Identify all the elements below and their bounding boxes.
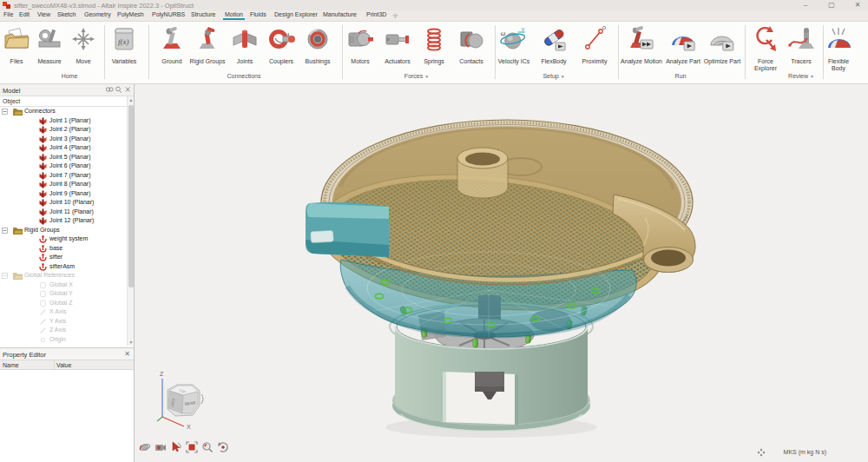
ribbon-label: Tracers — [786, 58, 816, 65]
ribbon-tracers-button[interactable]: Tracers — [786, 24, 816, 65]
tree-item-sifterasm[interactable]: sifterAsm — [0, 262, 128, 272]
tree-item-joint-8-planar-[interactable]: Joint 8 (Planar) — [0, 180, 128, 189]
tree-scrollbar[interactable]: ▲ ▼ — [127, 96, 134, 346]
collapse-icon[interactable] — [2, 228, 8, 234]
contacts-icon — [457, 24, 486, 54]
scrollbar-thumb[interactable] — [128, 105, 134, 287]
menu-file[interactable]: File — [3, 11, 13, 19]
tree-item-z-axis[interactable]: Z Axis — [0, 326, 128, 335]
collapse-icon[interactable] — [2, 273, 8, 279]
tree-item-joint-6-planar-[interactable]: Joint 6 (Planar) — [0, 162, 128, 171]
tree-item-y-axis[interactable]: Y Axis — [0, 317, 128, 327]
ribbon-joints-button[interactable]: Joints — [230, 24, 260, 65]
scroll-up-icon[interactable]: ▲ — [128, 96, 135, 103]
ribbon-files-button[interactable]: Files — [2, 24, 31, 65]
find-icon[interactable] — [106, 88, 113, 91]
menu-view[interactable]: View — [37, 11, 50, 19]
tree-item-global-y[interactable]: Global Y — [0, 289, 128, 299]
ribbon-label: ForceExplorer — [751, 58, 780, 72]
ribbon-move-button[interactable]: Move — [69, 24, 98, 65]
tree-item-weight-system[interactable]: weight system — [0, 234, 128, 244]
menu-print3d[interactable]: Print3D — [366, 11, 386, 19]
ribbon-springs-button[interactable]: Springs — [419, 24, 449, 65]
ribbon-analyze-motion-button[interactable]: Analyze Motion — [621, 24, 662, 65]
units-display[interactable]: MKS (m kg N s) — [784, 449, 826, 455]
tree-item-joint-3-planar-[interactable]: Joint 3 (Planar) — [0, 135, 128, 144]
menu-sketch[interactable]: Sketch — [57, 11, 76, 19]
ribbon-ground-button[interactable]: Ground — [157, 24, 187, 65]
ribbon-optimize-part-button[interactable]: Optimize Part — [704, 24, 740, 65]
property-col-name: Name — [3, 362, 19, 368]
menu-geometry[interactable]: Geometry — [84, 11, 111, 19]
tree-item-connectors[interactable]: Connectors — [0, 107, 128, 116]
close-icon[interactable] — [126, 88, 130, 92]
ribbon-variables-button[interactable]: f(x)Variables — [109, 24, 139, 65]
maximize-button[interactable]: ▢ — [823, 1, 840, 10]
units-icon[interactable] — [757, 448, 766, 457]
svg-text:f(x): f(x) — [118, 37, 129, 46]
tree-item-joint-7-planar-[interactable]: Joint 7 (Planar) — [0, 171, 128, 181]
fit-icon[interactable] — [186, 441, 198, 453]
menu-design-explorer[interactable]: Design Explorer — [274, 11, 318, 19]
ribbon-actuators-button[interactable]: Actuators — [383, 24, 412, 65]
tree-item-origin[interactable]: Origin — [0, 335, 128, 345]
tree-item-joint-2-planar-[interactable]: Joint 2 (Planar) — [0, 125, 128, 135]
menu-motion[interactable]: Motion — [225, 11, 243, 19]
analyze-motion-icon — [627, 24, 656, 54]
ribbon-velocity-ics-button[interactable]: ωvVelocity ICs — [498, 24, 530, 65]
tree-item-base[interactable]: base — [0, 244, 128, 254]
tree-item-global-references[interactable]: Global References — [0, 271, 128, 280]
ribbon-motors-button[interactable]: Motors — [345, 24, 375, 65]
menu-polynurbs[interactable]: PolyNURBS — [152, 11, 185, 19]
viewport-3d[interactable]: Z X LEFT REAR TOP MKS (m kg N s) — [135, 84, 868, 462]
view-cube[interactable]: LEFT REAR TOP — [168, 385, 200, 416]
ribbon-couplers-button[interactable]: Couplers — [266, 24, 296, 65]
tree-item-joint-4-planar-[interactable]: Joint 4 (Planar) — [0, 143, 128, 153]
menu-polymesh[interactable]: PolyMesh — [117, 11, 144, 19]
ribbon-bushings-button[interactable]: Bushings — [303, 24, 332, 65]
tree-item-joint-1-planar-[interactable]: Joint 1 (Planar) — [0, 116, 128, 126]
ribbon-force-explorer-button[interactable]: ForceExplorer — [751, 24, 780, 72]
sifter-model[interactable] — [306, 120, 695, 438]
menu-edit[interactable]: Edit — [19, 11, 30, 19]
orbit-icon[interactable] — [139, 441, 151, 453]
camera-icon[interactable] — [155, 441, 167, 453]
pointer-icon[interactable] — [170, 441, 182, 453]
collapse-icon[interactable] — [2, 109, 8, 115]
menu-fluids[interactable]: Fluids — [250, 11, 266, 19]
ribbon-group-forces[interactable]: Forces ▼ — [404, 73, 429, 79]
search-icon[interactable] — [116, 87, 122, 93]
rotate-icon[interactable] — [217, 441, 229, 453]
ribbon-group-setup[interactable]: Setup ▼ — [542, 73, 564, 79]
tree-item-joint-9-planar-[interactable]: Joint 9 (Planar) — [0, 189, 128, 199]
minimize-button[interactable]: – — [797, 1, 814, 10]
ribbon-proximity-button[interactable]: Proximity — [580, 24, 609, 65]
tree-item-x-axis[interactable]: X Axis — [0, 307, 128, 317]
scroll-down-icon[interactable]: ▼ — [128, 339, 135, 346]
close-button[interactable]: ✕ — [849, 1, 866, 10]
view-cube-widget[interactable]: Z X LEFT REAR TOP — [156, 369, 217, 434]
ribbon-group-review[interactable]: Review ▼ — [788, 73, 814, 79]
tree-item-global-z[interactable]: Global Z — [0, 299, 128, 308]
tree-item-label: Rigid Groups — [24, 227, 60, 233]
ribbon-measure-button[interactable]: Measure — [35, 24, 64, 65]
ribbon-contacts-button[interactable]: Contacts — [457, 24, 486, 65]
menu-manufacture[interactable]: Manufacture — [323, 11, 357, 19]
joint-icon — [39, 190, 47, 198]
model-panel-header: Model — [0, 84, 134, 96]
tree-item-rigid-groups[interactable]: Rigid Groups — [0, 226, 128, 235]
ribbon-flexbody-button[interactable]: FlexBody — [539, 24, 569, 65]
tree-item-joint-11-planar-[interactable]: Joint 11 (Planar) — [0, 208, 128, 217]
property-editor-close-icon[interactable]: ✕ — [124, 350, 130, 358]
tree-item-global-x[interactable]: Global X — [0, 280, 128, 290]
ribbon-rigid-groups-button[interactable]: Rigid Groups — [190, 24, 226, 65]
tree-item-sifter[interactable]: sifter — [0, 253, 128, 262]
ribbon-flexible-body-button[interactable]: FlexibleBody — [824, 24, 853, 72]
tree-item-joint-10-planar-[interactable]: Joint 10 (Planar) — [0, 198, 128, 208]
menu-structure[interactable]: Structure — [191, 11, 215, 19]
tree-item-joint-12-planar-[interactable]: Joint 12 (Planar) — [0, 216, 128, 226]
zoom-icon[interactable] — [201, 441, 214, 453]
tree-item-joint-5-planar-[interactable]: Joint 5 (Planar) — [0, 153, 128, 162]
menu-overflow-icon[interactable]: ✛ — [392, 12, 398, 20]
ribbon-analyze-part-button[interactable]: Analyze Part — [666, 24, 700, 65]
